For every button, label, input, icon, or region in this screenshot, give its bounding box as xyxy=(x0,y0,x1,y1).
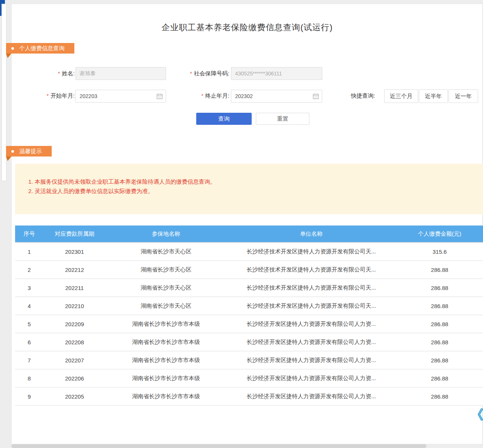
start-date-label: *开始年月: xyxy=(23,92,75,100)
collapse-chevron-icon[interactable]: 《 xyxy=(470,407,483,422)
table-cell: 202206 xyxy=(43,375,106,382)
table-header-cell: 对应费款所属期 xyxy=(43,230,106,238)
table-cell: 2 xyxy=(15,267,43,273)
end-date-label: *终止年月: xyxy=(166,92,229,100)
table-header-row: 序号对应费款所属期参保地名称单位名称个人缴费金额(元) xyxy=(15,226,483,243)
ssn-label: *社会保障号码: xyxy=(166,70,229,77)
table-cell: 长沙经济技术开发区捷特人力资源开发有限公司天... xyxy=(226,302,396,310)
table-cell: 202212 xyxy=(43,267,106,273)
section-badge-tips: 温馨提示 xyxy=(6,146,52,156)
start-date-input[interactable] xyxy=(75,90,166,103)
bullet-icon xyxy=(11,150,14,153)
table-header-cell: 个人缴费金额(元) xyxy=(396,230,483,238)
table-cell: 6 xyxy=(15,339,43,345)
quick-query-label: 快捷查询: xyxy=(351,92,375,100)
table-cell: 湖南省长沙市长沙市市本级 xyxy=(106,375,226,382)
table-cell: 湖南省长沙市长沙市市本级 xyxy=(106,339,226,346)
table-cell: 长沙经济技术开发区捷特人力资源开发有限公司天... xyxy=(226,248,396,255)
table-row: 8202206湖南省长沙市长沙市市本级长沙经济开发区捷特人力资源开发有限公司人力… xyxy=(15,370,483,388)
table-cell: 202208 xyxy=(43,339,106,345)
required-asterisk: * xyxy=(58,71,60,77)
name-input[interactable] xyxy=(75,67,166,80)
quick-btn-last-year[interactable]: 近一年 xyxy=(449,89,478,103)
payment-table: 序号对应费款所属期参保地名称单位名称个人缴费金额(元) 1202301湖南省长沙… xyxy=(15,226,483,406)
tips-notice-box: 1. 本服务仅提供尚未领取企业职工基本养老保险待遇人员的缴费信息查询。 2. 灵… xyxy=(15,164,483,214)
table-cell: 202210 xyxy=(43,303,106,309)
required-asterisk: * xyxy=(190,71,192,77)
required-asterisk: * xyxy=(201,93,203,99)
table-row: 4202210湖南省长沙市天心区长沙经济技术开发区捷特人力资源开发有限公司天..… xyxy=(15,297,483,315)
horizontal-scrollbar-thumb[interactable] xyxy=(11,444,426,448)
table-cell: 长沙经济开发区捷特人力资源开发有限公司人力资... xyxy=(226,339,396,346)
table-cell: 长沙经济技术开发区捷特人力资源开发有限公司天... xyxy=(226,284,396,292)
table-cell: 202301 xyxy=(43,249,106,255)
page-title: 企业职工基本养老保险缴费信息查询(试运行) xyxy=(11,22,483,33)
table-cell: 长沙经济开发区捷特人力资源开发有限公司人力资... xyxy=(226,357,396,364)
ribbon-fold xyxy=(6,156,11,161)
table-cell: 5 xyxy=(15,321,43,327)
table-header-cell: 序号 xyxy=(15,230,43,238)
quick-btn-last-half-year[interactable]: 近半年 xyxy=(419,89,448,103)
table-cell: 286.88 xyxy=(396,267,483,273)
tips-line: 1. 本服务仅提供尚未领取企业职工基本养老保险待遇人员的缴费信息查询。 xyxy=(28,178,475,185)
table-cell: 286.88 xyxy=(396,357,483,364)
section-badge-label: 个人缴费信息查询 xyxy=(19,45,65,52)
table-cell: 湖南省长沙市天心区 xyxy=(106,248,226,255)
bullet-icon xyxy=(11,47,14,50)
table-cell: 286.88 xyxy=(396,285,483,291)
table-cell: 286.88 xyxy=(396,375,483,382)
query-button[interactable]: 查询 xyxy=(196,113,252,125)
section-badge-label: 温馨提示 xyxy=(19,148,42,155)
table-row: 2202212湖南省长沙市天心区长沙经济技术开发区捷特人力资源开发有限公司天..… xyxy=(15,261,483,279)
calendar-icon[interactable] xyxy=(313,93,319,99)
calendar-icon[interactable] xyxy=(157,93,163,99)
table-cell: 315.6 xyxy=(396,249,483,255)
end-date-input[interactable] xyxy=(231,90,322,103)
section-badge-personal-payment-query: 个人缴费信息查询 xyxy=(6,43,74,54)
ssn-input[interactable] xyxy=(231,67,322,80)
table-cell: 长沙经济技术开发区捷特人力资源开发有限公司天... xyxy=(226,266,396,273)
table-cell: 湖南省长沙市天心区 xyxy=(106,302,226,310)
table-cell: 286.88 xyxy=(396,321,483,327)
table-cell: 202205 xyxy=(43,393,106,400)
table-row: 1202301湖南省长沙市天心区长沙经济技术开发区捷特人力资源开发有限公司天..… xyxy=(15,243,483,261)
tips-line: 2. 灵活就业人员的缴费单位信息以实际缴费为准。 xyxy=(28,187,475,195)
table-row: 7202207湖南省长沙市长沙市市本级长沙经济开发区捷特人力资源开发有限公司人力… xyxy=(15,351,483,370)
table-cell: 湖南省长沙市长沙市市本级 xyxy=(106,321,226,328)
table-cell: 8 xyxy=(15,375,43,382)
table-cell: 202209 xyxy=(43,321,106,327)
table-cell: 7 xyxy=(15,357,43,364)
table-cell: 3 xyxy=(15,285,43,291)
table-cell: 4 xyxy=(15,303,43,309)
table-cell: 1 xyxy=(15,249,43,255)
table-cell: 湖南省长沙市长沙市市本级 xyxy=(106,357,226,364)
table-cell: 202211 xyxy=(43,285,106,291)
quick-btn-last-3-months[interactable]: 近三个月 xyxy=(384,89,418,103)
table-cell: 长沙经济开发区捷特人力资源开发有限公司人力资... xyxy=(226,375,396,382)
table-cell: 湖南省长沙市长沙市市本级 xyxy=(106,393,226,400)
ribbon-fold xyxy=(6,54,11,58)
table-header-cell: 参保地名称 xyxy=(106,230,226,238)
table-body: 1202301湖南省长沙市天心区长沙经济技术开发区捷特人力资源开发有限公司天..… xyxy=(15,243,483,406)
table-cell: 286.88 xyxy=(396,339,483,345)
table-cell: 286.88 xyxy=(396,303,483,309)
table-row: 5202209湖南省长沙市长沙市市本级长沙经济开发区捷特人力资源开发有限公司人力… xyxy=(15,315,483,333)
table-cell: 湖南省长沙市天心区 xyxy=(106,266,226,273)
reset-button[interactable]: 重置 xyxy=(256,113,309,125)
table-cell: 长沙经济开发区捷特人力资源开发有限公司人力资... xyxy=(226,321,396,328)
table-cell: 9 xyxy=(15,393,43,400)
required-asterisk: * xyxy=(46,93,48,99)
table-row: 3202211湖南省长沙市天心区长沙经济技术开发区捷特人力资源开发有限公司天..… xyxy=(15,279,483,297)
table-header-cell: 单位名称 xyxy=(226,230,396,238)
table-cell: 长沙经济开发区捷特人力资源开发有限公司人力资... xyxy=(226,393,396,400)
table-cell: 286.88 xyxy=(396,393,483,400)
table-row: 9202205湖南省长沙市长沙市市本级长沙经济开发区捷特人力资源开发有限公司人力… xyxy=(15,388,483,406)
table-cell: 202207 xyxy=(43,357,106,364)
table-cell: 湖南省长沙市天心区 xyxy=(106,284,226,292)
name-label: *姓名: xyxy=(23,70,75,77)
table-row: 6202208湖南省长沙市长沙市市本级长沙经济开发区捷特人力资源开发有限公司人力… xyxy=(15,333,483,351)
